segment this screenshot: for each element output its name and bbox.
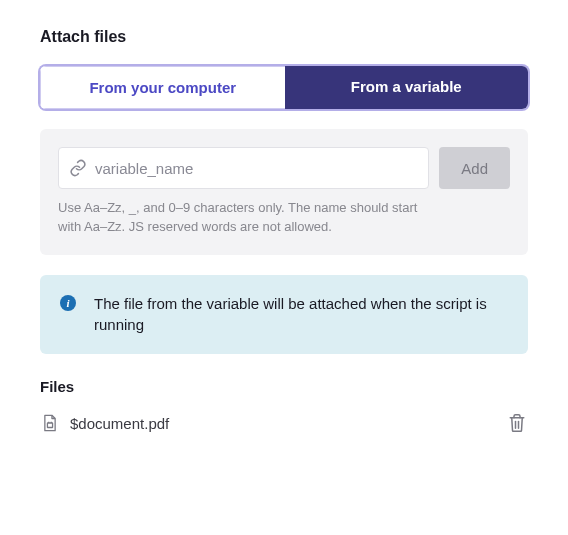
variable-input-row: Add <box>58 147 510 189</box>
variable-input-wrap <box>58 147 429 189</box>
file-name: $document.pdf <box>70 415 496 432</box>
tab-from-computer[interactable]: From your computer <box>40 66 285 109</box>
variable-hint: Use Aa–Zz, _, and 0–9 characters only. T… <box>58 199 418 237</box>
trash-icon[interactable] <box>508 413 526 433</box>
add-button[interactable]: Add <box>439 147 510 189</box>
link-icon <box>69 159 87 177</box>
info-box: i The file from the variable will be att… <box>40 275 528 355</box>
tab-from-variable[interactable]: From a variable <box>285 66 529 109</box>
info-text: The file from the variable will be attac… <box>94 293 508 337</box>
page-title: Attach files <box>40 28 528 46</box>
svg-rect-0 <box>47 423 52 428</box>
files-heading: Files <box>40 378 528 395</box>
source-tabs: From your computer From a variable <box>40 66 528 109</box>
file-icon <box>42 414 58 432</box>
variable-panel: Add Use Aa–Zz, _, and 0–9 characters onl… <box>40 129 528 255</box>
variable-name-input[interactable] <box>95 160 418 177</box>
info-icon: i <box>60 295 76 311</box>
file-row: $document.pdf <box>40 409 528 437</box>
